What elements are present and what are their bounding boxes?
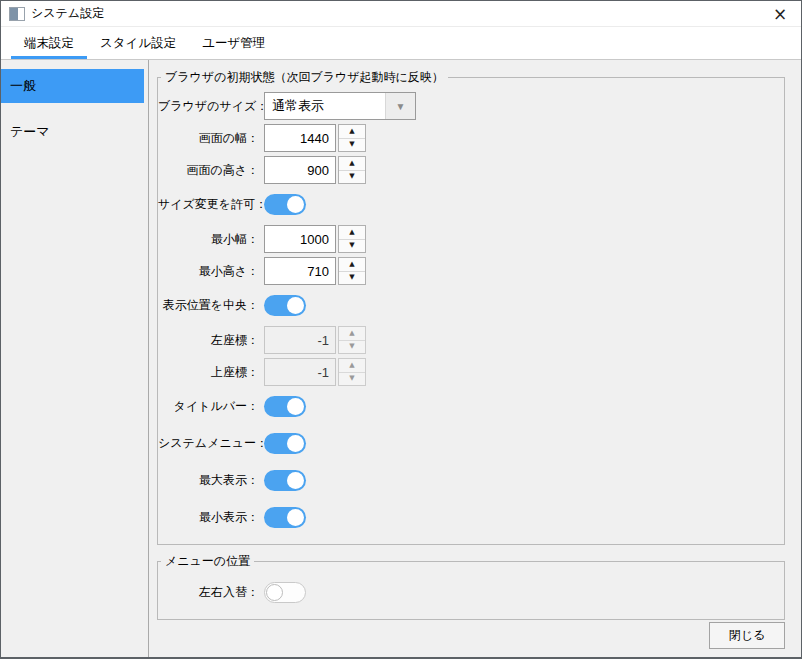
spin-down-button[interactable]: ▼ [339, 139, 365, 152]
arrow-down-icon: ▼ [349, 274, 354, 281]
arrow-up-icon: ▲ [349, 261, 354, 268]
field-label: 最大表示： [158, 472, 264, 489]
swap-left-right-toggle[interactable] [264, 582, 306, 603]
arrow-down-icon: ▼ [349, 173, 354, 180]
min-width-input[interactable] [264, 225, 336, 253]
group-legend: メニューの位置 [161, 553, 254, 570]
arrow-up-icon: ▲ [349, 229, 354, 236]
field-label: サイズ変更を許可： [158, 196, 264, 213]
spinner-buttons: ▲ ▼ [338, 326, 366, 354]
arrow-down-icon: ▼ [349, 343, 354, 350]
min-height-spinner: ▲ ▼ [264, 257, 366, 285]
title-bar: システム設定 × [1, 1, 801, 27]
spin-down-button[interactable]: ▼ [339, 240, 365, 253]
browser-size-select[interactable]: 通常表示 ▼ [264, 92, 416, 120]
screen-height-spinner: ▲ ▼ [264, 156, 366, 184]
spin-down-button: ▼ [339, 373, 365, 386]
arrow-up-icon: ▲ [349, 128, 354, 135]
spinner-buttons: ▲ ▼ [338, 156, 366, 184]
spin-up-button: ▲ [339, 359, 365, 373]
left-coord-input [264, 326, 336, 354]
title-bar-toggle[interactable] [264, 396, 306, 417]
min-height-input[interactable] [264, 257, 336, 285]
toggle-knob [287, 435, 304, 452]
system-menu-toggle[interactable] [264, 433, 306, 454]
tab-bar: 端末設定 スタイル設定 ユーザ管理 [1, 27, 801, 60]
spin-down-button: ▼ [339, 341, 365, 354]
settings-content: ブラウザの初期状態（次回ブラウザ起動時に反映） ブラウザのサイズ： 通常表示 ▼… [149, 60, 801, 657]
group-legend: ブラウザの初期状態（次回ブラウザ起動時に反映） [161, 69, 448, 86]
screen-height-input[interactable] [264, 156, 336, 184]
field-row-min-height: 最小高さ： ▲ ▼ [158, 255, 774, 287]
toggle-knob [266, 584, 283, 601]
close-icon: × [773, 4, 787, 24]
arrow-down-icon: ▼ [349, 242, 354, 249]
toggle-knob [287, 509, 304, 526]
selected-option: 通常表示 [265, 93, 385, 119]
spin-up-button: ▲ [339, 327, 365, 341]
browser-initial-state-group: ブラウザの初期状態（次回ブラウザ起動時に反映） ブラウザのサイズ： 通常表示 ▼… [157, 69, 785, 545]
toggle-knob [287, 472, 304, 489]
field-label: 左座標： [158, 332, 264, 349]
sidebar-item-theme[interactable]: テーマ [1, 115, 144, 149]
window-close-button[interactable]: × [765, 2, 795, 26]
field-row-center-position: 表示位置を中央： [158, 287, 774, 324]
field-row-top-coord: 上座標： ▲ ▼ [158, 356, 774, 388]
app-window-icon [9, 7, 25, 21]
top-coord-input [264, 358, 336, 386]
arrow-up-icon: ▲ [349, 160, 354, 167]
spin-down-button[interactable]: ▼ [339, 171, 365, 184]
spin-up-button[interactable]: ▲ [339, 157, 365, 171]
field-row-title-bar: タイトルバー： [158, 388, 774, 425]
field-label: 画面の幅： [158, 130, 264, 147]
field-label: タイトルバー： [158, 398, 264, 415]
field-label: 最小表示： [158, 509, 264, 526]
spin-up-button[interactable]: ▲ [339, 258, 365, 272]
field-row-screen-width: 画面の幅： ▲ ▼ [158, 122, 774, 154]
main-area: 一般 テーマ ブラウザの初期状態（次回ブラウザ起動時に反映） ブラウザのサイズ：… [1, 60, 801, 657]
field-row-browser-size: ブラウザのサイズ： 通常表示 ▼ [158, 90, 774, 122]
field-label: ブラウザのサイズ： [158, 98, 264, 115]
field-label: 最小高さ： [158, 263, 264, 280]
screen-width-input[interactable] [264, 124, 336, 152]
min-width-spinner: ▲ ▼ [264, 225, 366, 253]
tab-terminal-settings[interactable]: 端末設定 [11, 27, 87, 59]
sidebar: 一般 テーマ [1, 60, 149, 657]
field-row-minimize: 最小表示： [158, 499, 774, 536]
tab-style-settings[interactable]: スタイル設定 [87, 27, 189, 59]
window-title: システム設定 [31, 5, 104, 22]
spinner-buttons: ▲ ▼ [338, 124, 366, 152]
tab-user-management[interactable]: ユーザ管理 [189, 27, 278, 59]
allow-resize-toggle[interactable] [264, 194, 306, 215]
field-row-system-menu: システムメニュー： [158, 425, 774, 462]
left-coord-spinner: ▲ ▼ [264, 326, 366, 354]
arrow-up-icon: ▲ [349, 362, 354, 369]
sidebar-item-general[interactable]: 一般 [1, 69, 144, 103]
footer: 閉じる [157, 622, 785, 649]
field-label: 上座標： [158, 364, 264, 381]
toggle-knob [287, 398, 304, 415]
spinner-buttons: ▲ ▼ [338, 257, 366, 285]
field-row-maximize: 最大表示： [158, 462, 774, 499]
minimize-toggle[interactable] [264, 507, 306, 528]
field-row-swap-lr: 左右入替： [158, 574, 774, 611]
spinner-buttons: ▲ ▼ [338, 225, 366, 253]
spin-down-button[interactable]: ▼ [339, 272, 365, 285]
center-position-toggle[interactable] [264, 295, 306, 316]
arrow-down-icon: ▼ [349, 375, 354, 382]
spin-up-button[interactable]: ▲ [339, 226, 365, 240]
close-dialog-button[interactable]: 閉じる [709, 622, 785, 649]
field-label: システムメニュー： [158, 435, 264, 452]
menu-position-group: メニューの位置 左右入替： [157, 553, 785, 620]
system-settings-window: システム設定 × 端末設定 スタイル設定 ユーザ管理 一般 テーマ ブラウザの初… [0, 0, 802, 659]
field-label: 画面の高さ： [158, 162, 264, 179]
arrow-up-icon: ▲ [349, 330, 354, 337]
field-row-min-width: 最小幅： ▲ ▼ [158, 223, 774, 255]
spin-up-button[interactable]: ▲ [339, 125, 365, 139]
arrow-down-icon: ▼ [349, 141, 354, 148]
field-row-allow-resize: サイズ変更を許可： [158, 186, 774, 223]
toggle-knob [287, 196, 304, 213]
maximize-toggle[interactable] [264, 470, 306, 491]
field-label: 最小幅： [158, 231, 264, 248]
toggle-knob [287, 297, 304, 314]
